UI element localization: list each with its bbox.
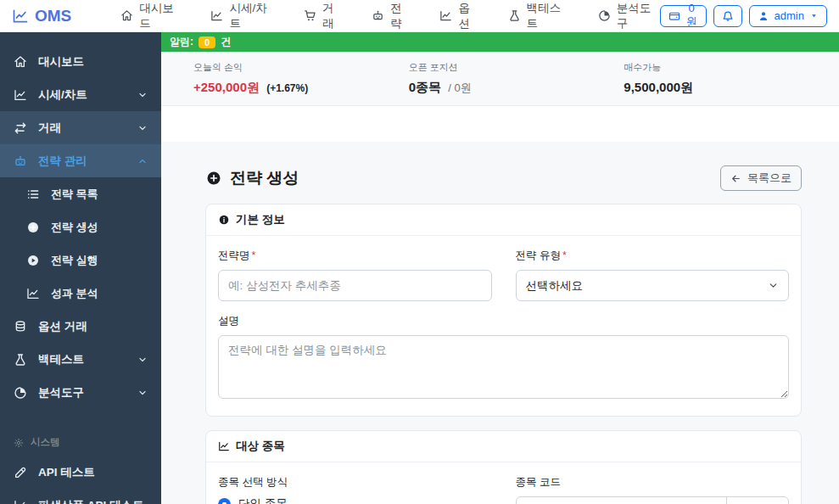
stock-code-input[interactable] (516, 496, 728, 504)
nav-item-market-chart[interactable]: 시세/차트 (210, 1, 276, 31)
sidebar-item-label: 대시보드 (38, 54, 84, 70)
select-value: 선택하세요 (526, 278, 584, 294)
flask-icon (14, 353, 27, 367)
basic-info-card-body: 전략명* 전략 유형* 선택하세요 설명 (206, 236, 801, 416)
nav-label: 전략 (390, 1, 411, 31)
sidebar-item-strategy-list[interactable]: 전략 목록 (0, 177, 161, 210)
main-content: 알림: 0 건 오늘의 손익 +250,000원 (+1.67%) 오픈 포지션… (161, 32, 839, 504)
brand-logo[interactable]: OMS (12, 7, 71, 25)
required-mark: * (252, 249, 256, 261)
chevron-down-icon (137, 355, 148, 365)
selection-method-label: 종목 선택 방식 (218, 475, 492, 490)
page-title-text: 전략 생성 (230, 167, 299, 189)
page-content: 전략 생성 목록으로 기본 정보 전략명* 전략 유형* (161, 142, 839, 504)
strategy-type-select[interactable]: 선택하세요 (516, 270, 790, 301)
nav-label: 대시보드 (139, 1, 182, 31)
stat-value: 9,500,000원 (624, 80, 693, 94)
back-to-list-button[interactable]: 목록으로 (720, 165, 802, 191)
sidebar-item-label: 전략 생성 (51, 220, 98, 235)
stock-code-input-group: 추가 (516, 496, 790, 504)
top-nav-menu: 대시보드 시세/차트 거래 전략 옵션 백테스트 분석도구 (120, 1, 659, 31)
stat-extra: / 0원 (448, 81, 471, 94)
info-circle-icon (218, 214, 230, 226)
user-name: admin (775, 9, 804, 22)
chevron-down-icon (137, 123, 148, 133)
wallet-icon (668, 10, 680, 22)
page-header: 전략 생성 목록으로 (205, 165, 802, 191)
wallet-balance-button[interactable]: 0원 (660, 5, 707, 27)
sidebar-item-backtest[interactable]: 백테스트 (0, 343, 161, 376)
chevron-down-icon (137, 90, 148, 100)
sidebar-section-system: 시스템 (0, 436, 161, 449)
target-stocks-card-header: 대상 종목 (206, 431, 801, 462)
cart-icon (304, 9, 316, 22)
card-title: 대상 종목 (236, 439, 285, 454)
chart-line-icon (14, 499, 27, 504)
alert-unit: 건 (221, 35, 231, 49)
user-menu-button[interactable]: admin (749, 5, 827, 27)
caret-down-icon (809, 11, 819, 20)
bell-icon (722, 10, 734, 22)
stats-bar: 오늘의 손익 +250,000원 (+1.67%) 오픈 포지션 0종목 / 0… (161, 52, 839, 106)
sidebar-item-strategy-create[interactable]: 전략 생성 (0, 210, 161, 244)
nav-label: 시세/차트 (229, 1, 276, 31)
required-mark: * (562, 249, 567, 261)
stat-extra: (+1.67%) (266, 82, 308, 94)
play-circle-icon (26, 254, 40, 267)
radio-checked-icon[interactable] (218, 498, 231, 504)
sidebar-item-label: 파생상품 API 테스트 (38, 498, 144, 504)
brand-name: OMS (35, 7, 71, 25)
basic-info-card-header: 기본 정보 (206, 204, 801, 236)
stat-value: +250,000원 (193, 80, 260, 94)
arrow-left-icon (730, 173, 741, 184)
nav-label: 옵션 (458, 1, 479, 31)
chevron-up-icon (137, 156, 148, 166)
sidebar-item-label: 전략 목록 (51, 187, 98, 202)
sidebar: 대시보드 시세/차트 거래 전략 관리 전략 목록 전략 생성 전략 실행 성과… (0, 32, 161, 504)
robot-icon (14, 154, 27, 168)
nav-item-options[interactable]: 옵션 (439, 1, 479, 31)
stock-code-label: 종목 코드 (516, 475, 790, 490)
sidebar-item-market-chart[interactable]: 시세/차트 (0, 78, 161, 111)
chart-line-icon (26, 287, 40, 300)
sidebar-item-strategy-run[interactable]: 전략 실행 (0, 244, 161, 277)
target-stocks-card-body: 종목 선택 방식 단일 종목 복수 종목 종목 코드 (206, 462, 801, 504)
list-icon (26, 188, 40, 201)
stat-value: 0종목 (409, 80, 441, 94)
line-chart-icon (439, 9, 452, 22)
nav-item-analysis-tools[interactable]: 분석도구 (598, 1, 660, 31)
spacer-strip (161, 106, 839, 142)
nav-label: 거래 (322, 1, 344, 31)
strategy-type-label: 전략 유형* (516, 249, 790, 263)
exchange-icon (14, 121, 27, 135)
pie-chart-icon (598, 9, 611, 22)
nav-item-trade[interactable]: 거래 (304, 1, 344, 31)
sidebar-item-api-test[interactable]: API 테스트 (0, 456, 161, 489)
notifications-button[interactable] (713, 5, 742, 27)
description-textarea[interactable] (218, 335, 789, 399)
sidebar-item-analysis-tools[interactable]: 분석도구 (0, 376, 161, 409)
add-stock-button[interactable]: 추가 (726, 496, 789, 504)
sidebar-item-options-trade[interactable]: 옵션 거래 (0, 310, 161, 343)
sidebar-item-label: 전략 관리 (38, 154, 87, 169)
stat-open-positions: 오픈 포지션 0종목 / 0원 (409, 61, 624, 105)
nav-label: 분석도구 (617, 1, 660, 31)
basic-info-card: 기본 정보 전략명* 전략 유형* 선택하세요 (205, 204, 802, 417)
sidebar-item-trade[interactable]: 거래 (0, 111, 161, 144)
alert-label: 알림: (170, 35, 193, 49)
nav-item-dashboard[interactable]: 대시보드 (120, 1, 182, 31)
stat-label: 오늘의 손익 (193, 61, 409, 74)
sidebar-item-derivatives-api-test[interactable]: 파생상품 API 테스트 (0, 489, 161, 504)
strategy-name-input[interactable] (218, 270, 492, 301)
alert-count-badge: 0 (199, 36, 215, 48)
radio-single-stock[interactable]: 단일 종목 (218, 496, 492, 504)
sidebar-item-performance-analysis[interactable]: 성과 분석 (0, 277, 161, 310)
home-icon (120, 9, 133, 22)
nav-item-backtest[interactable]: 백테스트 (508, 1, 570, 31)
sidebar-item-dashboard[interactable]: 대시보드 (0, 45, 161, 78)
sidebar-item-label: API 테스트 (38, 465, 95, 480)
nav-item-strategy[interactable]: 전략 (372, 1, 411, 31)
plus-circle-icon (205, 170, 222, 187)
pencil-icon (14, 466, 27, 479)
sidebar-item-strategy-management[interactable]: 전략 관리 (0, 144, 161, 177)
